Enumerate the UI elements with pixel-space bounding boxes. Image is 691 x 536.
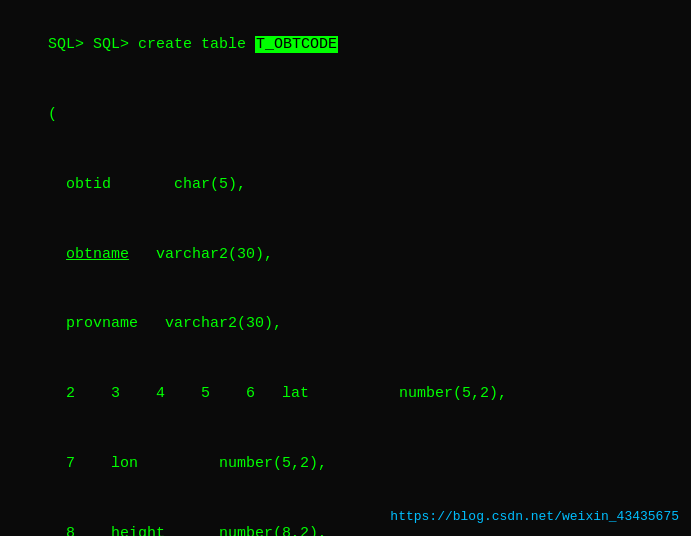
table-name-highlight: T_OBTCODE [255,36,338,53]
terminal-window: SQL> SQL> create table T_OBTCODE ( obtid… [0,0,691,536]
prompt-text: SQL> SQL> create table [48,36,255,53]
code-line-1: SQL> SQL> create table T_OBTCODE [12,10,679,80]
code-line-4: obtname varchar2(30), [12,219,679,289]
obtname-field: obtname [66,246,129,263]
code-line-3: obtid char(5), [12,150,679,220]
code-line-2: ( [12,80,679,150]
watermark: https://blog.csdn.net/weixin_43435675 [390,509,679,524]
code-line-5: provname varchar2(30), [12,289,679,359]
code-line-6: 2 3 4 5 6 lat number(5,2), [12,359,679,429]
code-line-7: 7 lon number(5,2), [12,429,679,499]
